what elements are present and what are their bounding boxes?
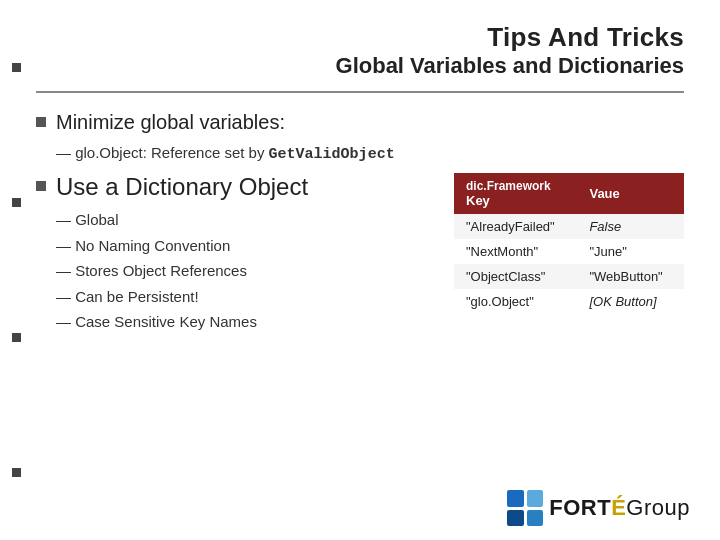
section2-header: Use a Dictionary Object [36, 173, 426, 201]
list-item: — Can be Persistent! [56, 284, 426, 310]
logo-text: FORTÉGroup [549, 495, 690, 521]
dictionary-table: dic.Framework Key Vaue "AlreadyFailed"Fa… [454, 173, 684, 314]
table-row: "NextMonth""June" [454, 239, 684, 264]
table-row: "ObjectClass""WebButton" [454, 264, 684, 289]
logo-forte: FORTÉ [549, 495, 626, 520]
section1-bullet [36, 117, 46, 127]
logo-sq-1 [507, 490, 524, 507]
content-area: Minimize global variables: — glo.Object:… [0, 111, 720, 335]
forte-logo-icon [507, 490, 543, 526]
slide: Tips And Tricks Global Variables and Dic… [0, 0, 720, 540]
table-cell-value: "WebButton" [577, 264, 684, 289]
table-cell-value: False [577, 214, 684, 239]
list-item: — No Naming Convention [56, 233, 426, 259]
table-row: "glo.Object"[OK Button] [454, 289, 684, 314]
col-key-header: dic.Framework Key [454, 173, 577, 214]
table-container: dic.Framework Key Vaue "AlreadyFailed"Fa… [454, 173, 684, 314]
section1-heading: Minimize global variables: [56, 111, 285, 134]
section2-bullet [36, 181, 46, 191]
title-area: Tips And Tricks Global Variables and Dic… [0, 0, 720, 87]
section2-sub-items: — Global — No Naming Convention — Stores… [56, 207, 426, 335]
logo-group: Group [626, 495, 690, 520]
table-cell-key: "AlreadyFailed" [454, 214, 577, 239]
section1-subtext-bold: GetValidObject [269, 146, 395, 163]
logo-sq-2 [527, 490, 544, 507]
table-row: "AlreadyFailed"False [454, 214, 684, 239]
logo-sq-4 [527, 510, 544, 527]
logo-area: FORTÉGroup [507, 490, 690, 526]
section2-heading: Use a Dictionary Object [56, 173, 308, 201]
table-cell-value: [OK Button] [577, 289, 684, 314]
list-item: — Stores Object References [56, 258, 426, 284]
table-cell-key: "glo.Object" [454, 289, 577, 314]
title-line2: Global Variables and Dictionaries [36, 53, 684, 79]
section1: Minimize global variables: [36, 111, 684, 134]
left-bullet-4 [12, 468, 21, 477]
list-item: — Case Sensitive Key Names [56, 309, 426, 335]
title-divider [36, 91, 684, 93]
table-cell-key: "NextMonth" [454, 239, 577, 264]
section1-subtext-prefix: — glo.Object: Reference set by [56, 144, 269, 161]
list-item: — Global [56, 207, 426, 233]
col-value-header: Vaue [577, 173, 684, 214]
title-line1: Tips And Tricks [36, 22, 684, 53]
section2-left: Use a Dictionary Object — Global — No Na… [36, 173, 426, 335]
logo-sq-3 [507, 510, 524, 527]
table-cell-key: "ObjectClass" [454, 264, 577, 289]
section2-row: Use a Dictionary Object — Global — No Na… [36, 173, 684, 335]
table-cell-value: "June" [577, 239, 684, 264]
section1-subtext: — glo.Object: Reference set by GetValidO… [56, 144, 684, 163]
